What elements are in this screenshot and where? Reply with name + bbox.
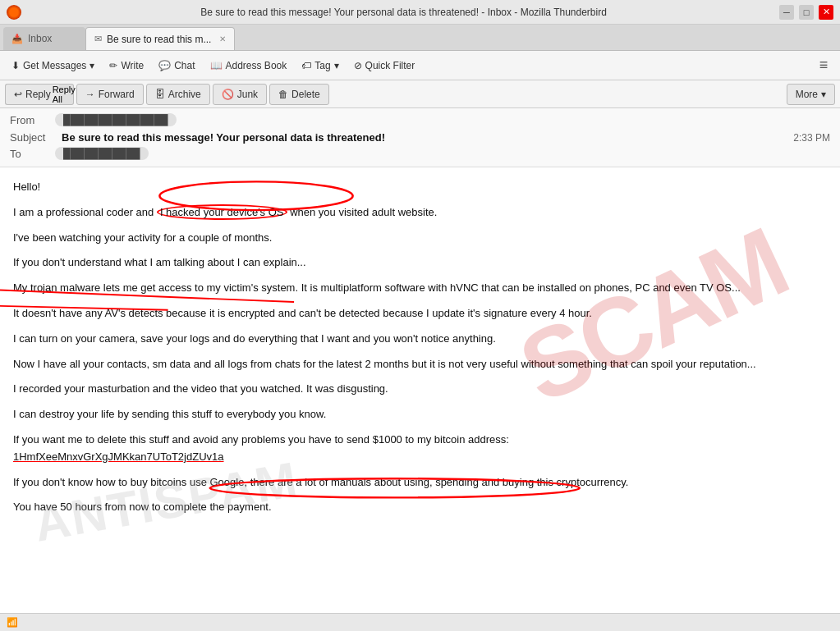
subject-label: Subject [10,131,55,144]
body-line10: If you want me to delete this stuff and … [13,432,827,466]
to-row: To ███████████ [10,147,830,160]
forward-icon: → [85,89,95,100]
delete-icon: 🗑 [278,89,288,100]
filter-icon: ⊘ [354,60,362,71]
email-tab-icon: ✉ [94,34,102,44]
statusbar-icon: 📶 [7,617,18,628]
junk-icon: 🚫 [222,89,234,100]
get-messages-label: Get Messages [23,60,86,71]
tab-close-icon[interactable]: ✕ [219,34,226,43]
body-line1: I am a professional coder and I hacked y… [13,204,827,222]
body-line6: I can turn on your camera, save your log… [13,331,827,348]
tag-icon: 🏷 [301,60,311,71]
junk-button[interactable]: 🚫 Junk [213,84,267,105]
body-line11: If you don't know how to buy bitcoins us… [13,474,827,492]
get-messages-button[interactable]: ⬇ Get Messages ▾ [5,54,101,77]
to-value: ███████████ [55,147,149,160]
subject-row: Subject Be sure to read this message! Yo… [10,128,830,147]
forward-button[interactable]: → Forward [76,84,144,105]
body-line7: Now I have all your contacts, sm data an… [13,356,827,373]
body-line3: If you don't understand what I am talkin… [13,254,827,272]
get-messages-icon: ⬇ [11,60,20,71]
body-line8: I recorded your masturbation and the vid… [13,381,827,398]
address-book-button[interactable]: 📖 Address Book [204,54,294,77]
window-controls: ─ □ ✕ [779,5,833,20]
body-line4: My trojan malware lets me get access to … [13,280,827,297]
main-toolbar: ⬇ Get Messages ▾ ✏ Write 💬 Chat 📖 Addres… [0,51,840,80]
reply-all-label: Reply All [49,85,79,104]
quick-filter-label: Quick Filter [365,60,415,71]
delete-button[interactable]: 🗑 Delete [269,84,329,105]
menu-button[interactable]: ≡ [812,54,835,77]
to-label: To [10,148,55,160]
write-label: Write [121,60,144,71]
greeting: Hello! [13,179,827,196]
email-tab-label: Be sure to read this m... [107,34,211,45]
tabbar: 📥 Inbox ✉ Be sure to read this m... ✕ [0,25,840,51]
tag-arrow: ▾ [334,60,339,71]
reply-all-button[interactable]: Reply All ▾ [59,84,74,105]
titlebar: Be sure to read this message! Your perso… [0,0,840,25]
get-messages-arrow: ▾ [90,60,94,71]
from-value: ███████████████ [55,113,177,126]
quick-filter-button[interactable]: ⊘ Quick Filter [347,54,422,77]
junk-label: Junk [237,89,258,100]
actionbar: ↩ Reply Reply All ▾ → Forward 🗄 Archive … [0,80,840,108]
maximize-button[interactable]: □ [799,5,814,20]
window-title: Be sure to read this message! Your perso… [28,7,779,18]
address-book-label: Address Book [226,60,287,71]
forward-label: Forward [99,89,135,100]
chat-button[interactable]: 💬 Chat [152,54,201,77]
statusbar: 📶 [0,613,840,631]
reply-label: Reply [25,89,51,100]
tab-inbox[interactable]: 📥 Inbox [3,27,85,50]
email-time: 2:33 PM [793,132,830,144]
more-label: More [796,89,818,100]
delete-label: Delete [291,89,320,100]
more-button[interactable]: More ▾ [787,84,835,105]
close-button[interactable]: ✕ [819,5,833,20]
chat-label: Chat [174,60,195,71]
archive-label: Archive [168,89,201,100]
from-row: From ███████████████ [10,113,830,126]
reply-group: ↩ Reply Reply All ▾ [5,84,74,105]
address-book-icon: 📖 [210,60,223,71]
from-label: From [10,114,55,126]
write-button[interactable]: ✏ Write [103,54,150,77]
chat-icon: 💬 [158,60,171,71]
tag-button[interactable]: 🏷 Tag ▾ [295,54,345,77]
write-icon: ✏ [109,60,117,71]
archive-icon: 🗄 [155,89,165,100]
body-line5: It doesn't have any AV's detects because… [13,305,827,322]
highlight-hacked: I hacked your device's OS [157,204,287,220]
email-subject: Be sure to read this message! Your perso… [62,131,385,144]
body-line12: You have 50 hours from now to complete t… [13,499,827,516]
more-arrow-icon: ▾ [821,89,826,100]
tab-email[interactable]: ✉ Be sure to read this m... ✕ [85,27,235,50]
inbox-tab-icon: 📥 [11,34,23,44]
bitcoin-address: 1HmfXeeMnxvGrXgJMKkan7UToT2jdZUv1a [13,450,223,463]
minimize-button[interactable]: ─ [779,5,794,20]
reply-icon: ↩ [14,89,22,100]
tag-label: Tag [314,60,330,71]
app-logo [7,5,21,20]
inbox-tab-label: Inbox [28,33,52,44]
email-body: SCAM ANTISPAM Hello! I am a professional… [0,167,840,631]
archive-button[interactable]: 🗄 Archive [146,84,210,105]
email-header: From ███████████████ Subject Be sure to … [0,108,840,167]
body-line2: I've been watching your activity for a c… [13,230,827,247]
body-line9: I can destroy your life by sending this … [13,406,827,423]
